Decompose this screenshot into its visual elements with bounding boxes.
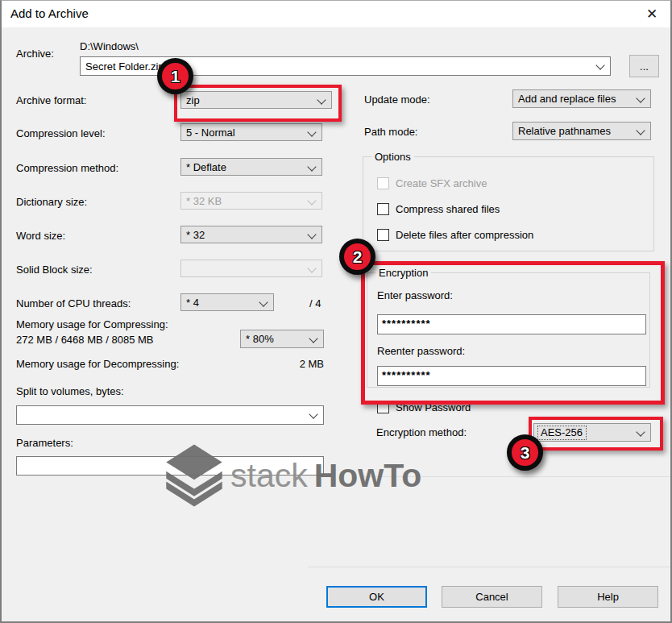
create-sfx-checkbox — [377, 177, 389, 189]
step-badge-2: 2 — [339, 239, 375, 275]
compression-level-value: 5 - Normal — [186, 127, 235, 139]
compress-shared-row[interactable]: Compress shared files — [377, 203, 500, 215]
compression-method-label: Compression method: — [16, 162, 118, 174]
title-bar: Add to Archive ✕ — [2, 1, 670, 27]
dictionary-size-select: * 32 KB — [180, 192, 322, 210]
memory-usage-select[interactable]: * 80% — [240, 330, 324, 348]
archive-label: Archive: — [16, 48, 54, 60]
close-icon[interactable]: ✕ — [641, 4, 663, 24]
step-badge-3: 3 — [507, 434, 543, 471]
divider — [363, 476, 672, 477]
browse-button-label: ... — [640, 60, 649, 73]
memory-decompress-value: 2 MB — [276, 358, 324, 370]
delete-files-label: Delete files after compression — [396, 229, 533, 241]
archive-format-value: zip — [186, 94, 200, 106]
compression-level-select[interactable]: 5 - Normal — [180, 123, 322, 141]
chevron-down-icon — [307, 162, 316, 171]
archive-name-value: Secret Folder.zip — [85, 60, 164, 73]
create-sfx-row: Create SFX archive — [377, 177, 487, 189]
split-volumes-combobox[interactable] — [16, 405, 324, 425]
dictionary-size-label: Dictionary size: — [16, 196, 87, 208]
chevron-down-icon — [636, 126, 645, 135]
cancel-button[interactable]: Cancel — [442, 586, 542, 608]
chevron-down-icon — [307, 196, 316, 205]
parameters-input[interactable] — [16, 456, 324, 476]
chevron-down-icon — [309, 409, 317, 418]
watermark: stack HowTo — [163, 443, 421, 508]
memory-compress-detail: 272 MB / 6468 MB / 8085 MB — [16, 334, 154, 346]
cpu-threads-max: / 4 — [309, 297, 321, 309]
encryption-method-label: Encryption method: — [376, 426, 467, 438]
compression-method-select[interactable]: * Deflate — [180, 158, 322, 176]
compression-method-value: * Deflate — [186, 161, 226, 173]
compression-level-label: Compression level: — [16, 127, 106, 139]
ok-button-label: OK — [369, 591, 384, 603]
watermark-text-howto: HowTo — [314, 457, 422, 495]
options-group-title: Options — [371, 151, 414, 163]
dictionary-size-value: * 32 KB — [186, 195, 222, 207]
split-volumes-label: Split to volumes, bytes: — [16, 385, 124, 397]
chevron-down-icon — [259, 297, 268, 306]
help-button-label: Help — [597, 591, 619, 603]
chevron-down-icon — [636, 427, 645, 436]
encryption-method-value: AES-256 — [537, 426, 587, 440]
chevron-down-icon — [595, 60, 604, 69]
archive-format-select[interactable]: zip — [180, 91, 332, 109]
encryption-method-select[interactable]: AES-256 — [533, 423, 651, 442]
browse-button[interactable]: ... — [629, 55, 659, 77]
show-password-row[interactable]: Show Password — [377, 401, 471, 413]
memory-usage-value: * 80% — [246, 333, 274, 345]
delete-files-checkbox[interactable] — [377, 229, 389, 241]
compress-shared-checkbox[interactable] — [377, 203, 389, 215]
reenter-password-input[interactable]: ********** — [377, 366, 646, 386]
enter-password-input[interactable]: ********** — [377, 314, 646, 334]
path-mode-label: Path mode: — [364, 126, 418, 138]
path-mode-value: Relative pathnames — [518, 125, 611, 137]
reenter-password-label: Reenter password: — [377, 345, 465, 357]
memory-compress-label: Memory usage for Compressing: — [16, 318, 168, 330]
compress-shared-label: Compress shared files — [396, 203, 500, 215]
delete-files-row[interactable]: Delete files after compression — [377, 229, 533, 241]
encryption-group-title: Encryption — [375, 267, 431, 279]
ok-button[interactable]: OK — [326, 586, 427, 608]
cpu-threads-select[interactable]: * 4 — [180, 293, 274, 311]
cpu-threads-label: Number of CPU threads: — [16, 297, 131, 309]
create-sfx-label: Create SFX archive — [396, 177, 487, 189]
divider — [308, 567, 672, 567]
word-size-value: * 32 — [186, 229, 205, 241]
chevron-down-icon — [307, 264, 316, 272]
solid-block-size-label: Solid Block size: — [16, 264, 93, 276]
chevron-down-icon — [307, 230, 316, 239]
chevron-down-icon — [317, 95, 326, 104]
show-password-checkbox[interactable] — [377, 401, 389, 413]
parameters-label: Parameters: — [16, 437, 73, 449]
help-button[interactable]: Help — [558, 586, 658, 608]
add-to-archive-dialog: Add to Archive ✕ Archive: D:\Windows\ Se… — [0, 0, 672, 623]
chevron-down-icon — [307, 127, 316, 136]
chevron-down-icon — [636, 93, 645, 102]
path-mode-select[interactable]: Relative pathnames — [512, 122, 651, 140]
archive-directory: D:\Windows\ — [80, 40, 139, 52]
cancel-button-label: Cancel — [475, 591, 508, 603]
word-size-label: Word size: — [16, 230, 65, 242]
solid-block-size-select — [180, 260, 322, 277]
memory-decompress-label: Memory usage for Decompressing: — [16, 358, 179, 370]
update-mode-select[interactable]: Add and replace files — [512, 89, 651, 108]
show-password-label: Show Password — [396, 401, 471, 413]
archive-format-label: Archive format: — [16, 94, 86, 106]
enter-password-label: Enter password: — [377, 289, 453, 301]
update-mode-label: Update mode: — [364, 93, 430, 106]
word-size-select[interactable]: * 32 — [180, 226, 322, 243]
update-mode-value: Add and replace files — [518, 93, 616, 105]
window-title: Add to Archive — [10, 6, 89, 20]
chevron-down-icon — [309, 334, 317, 343]
step-badge-1: 1 — [157, 58, 193, 94]
cpu-threads-value: * 4 — [186, 297, 199, 309]
stack-layers-icon — [163, 443, 226, 508]
